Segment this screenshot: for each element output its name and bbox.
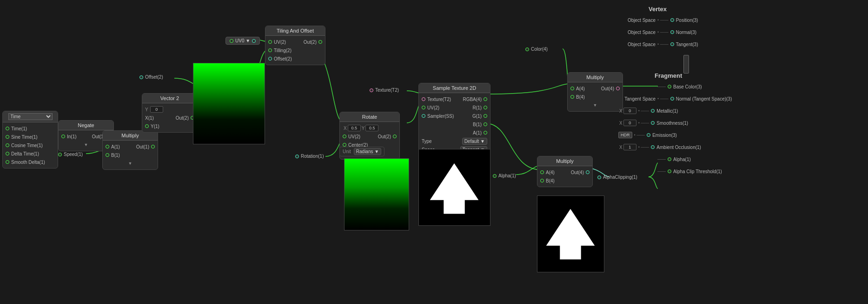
frag-basecolor-out: Base Color(3) [673, 84, 702, 89]
speed-port[interactable] [58, 153, 62, 156]
speed-input-row: Speed(1) [58, 152, 83, 157]
uv0-label: UV0 ▼ [235, 38, 250, 43]
multiply3-b-port[interactable] [540, 179, 544, 182]
frag-normal-port[interactable] [670, 97, 674, 101]
st-a: A(1) [419, 128, 490, 137]
sample-texture-title: Sample Texture 2D [419, 83, 490, 93]
rotate-xy: X 0.5 Y 0.5 [340, 124, 399, 132]
st-texture-port[interactable] [422, 97, 425, 101]
color4-port[interactable] [525, 47, 529, 51]
multiply3-preview [537, 196, 604, 272]
frag-smoothness-val[interactable]: 0 [623, 120, 636, 126]
tiling-offset-port[interactable] [268, 57, 272, 61]
tiling-tilling-port[interactable] [268, 48, 272, 52]
vertex-norm-port[interactable] [670, 30, 674, 34]
st-sampler-port[interactable] [422, 114, 425, 118]
time-dropdown[interactable]: Time [8, 113, 53, 120]
unit-dropdown[interactable]: Radians ▼ [354, 148, 381, 155]
frag-ao-port[interactable] [651, 145, 655, 149]
rotation1-label: Rotation(1) [301, 154, 324, 159]
frag-alpha: —— Alpha(1) [618, 154, 732, 164]
multiply1-b: B(1) [103, 151, 158, 159]
cosine-out-port[interactable] [6, 143, 9, 147]
resize-handle[interactable] [683, 55, 689, 74]
multiply2-a-port[interactable] [570, 87, 574, 90]
st-g-port[interactable] [484, 114, 487, 118]
rotation1-port[interactable] [295, 155, 299, 158]
tiling-out-port[interactable] [318, 40, 322, 44]
frag-smooth-port[interactable] [651, 121, 655, 125]
multiply1-chevron: ▼ [103, 159, 158, 168]
time-out-port[interactable] [6, 127, 9, 130]
multiply2-b-port[interactable] [570, 95, 574, 99]
frag-alpha-clip: —— Alpha Clip Threshold(1) [618, 166, 732, 176]
vertex-pos-label: Object Space [618, 18, 656, 23]
uv0-port-out[interactable] [230, 39, 233, 43]
uv0-port-right[interactable] [252, 39, 256, 43]
tiling-uv-port[interactable] [268, 40, 272, 44]
vertex-tan-label: Object Space [618, 42, 656, 47]
vector2-y-val[interactable]: 0 [150, 106, 163, 113]
frag-emission-port[interactable] [647, 133, 650, 137]
vector2-x-out: X(1) Out(2) [142, 114, 197, 122]
frag-alpha-port[interactable] [668, 157, 671, 161]
frag-metallic-val[interactable]: 0 [623, 108, 636, 114]
multiply3-out-port[interactable] [586, 170, 590, 174]
st-texture: Texture(T2) RGBA(4) [419, 95, 490, 103]
vertex-tan-port[interactable] [670, 42, 674, 46]
st-r-port[interactable] [484, 106, 487, 109]
rotate-y-val[interactable]: 0.5 [365, 125, 378, 131]
rotate-out-port[interactable] [393, 135, 397, 138]
rotate-x-val[interactable]: 0.5 [348, 125, 361, 131]
st-rgba-port[interactable] [484, 97, 487, 101]
frag-basecolor-port[interactable] [668, 85, 671, 88]
multiply3-a-port[interactable] [540, 170, 544, 174]
st-b-port[interactable] [484, 122, 487, 126]
vertex-header: Vertex [649, 6, 667, 13]
frag-alpha-out: Alpha(1) [673, 157, 691, 162]
st-type: Type Default ▼ [419, 137, 490, 145]
rotate-center-port[interactable] [343, 143, 346, 147]
rotate-title: Rotate [340, 112, 399, 122]
alpha1-port[interactable] [493, 174, 497, 178]
st-b: B(1) [419, 120, 490, 128]
rotate-uv-port[interactable] [343, 135, 346, 138]
multiply3-node: Multiply A(4) Out(4) B(4) [537, 156, 593, 187]
frag-metallic-port[interactable] [651, 109, 655, 113]
frag-metallic-out: Metallic(1) [656, 108, 678, 114]
vertex-norm-out: Normal(3) [676, 30, 696, 35]
texture-t2-port[interactable] [370, 88, 373, 92]
vertex-position: Object Space • —— Position(3) [618, 15, 698, 25]
vertex-tan-out: Tangent(3) [676, 42, 698, 47]
frag-emission-out: Emission(3) [652, 133, 677, 138]
smooth-out-port[interactable] [6, 160, 9, 164]
alphaclipping-port[interactable] [597, 176, 601, 179]
st-a-port[interactable] [484, 131, 487, 135]
unit-label: Unit [343, 149, 351, 154]
delta-out-port[interactable] [6, 152, 9, 155]
frag-ao-val[interactable]: 1 [623, 144, 636, 150]
st-type-dropdown[interactable]: Default ▼ [462, 138, 487, 145]
uv0-node[interactable]: UV0 ▼ [225, 37, 260, 45]
frag-hdr-box: HDR [618, 132, 632, 138]
multiply1-b-port[interactable] [106, 153, 109, 157]
vector2-y-port[interactable] [145, 124, 149, 128]
frag-alphaclip-port[interactable] [668, 169, 671, 173]
offset2-row: Offset(2) [139, 74, 163, 80]
negate-in-port[interactable] [61, 135, 65, 138]
multiply1-a-port[interactable] [106, 145, 109, 149]
time-output-sine: Sine Time(1) [3, 133, 58, 141]
vertex-norm-label: Object Space [618, 30, 656, 35]
texture-t2-row: Texture(T2) [370, 88, 399, 93]
color4-label: Color(4) [531, 47, 548, 52]
st-uv-port[interactable] [422, 106, 425, 109]
multiply1-out-port[interactable] [151, 145, 155, 149]
vertex-pos-port[interactable] [670, 18, 674, 22]
sine-out-port[interactable] [6, 135, 9, 139]
offset2-port[interactable] [139, 75, 143, 79]
frag-basecolor: —— Base Color(3) [618, 81, 732, 92]
sample-texture-preview [418, 149, 490, 226]
time-output-cosine: Cosine Time(1) [3, 141, 58, 149]
tiling-offset-in: Offset(2) [265, 54, 325, 63]
frag-ao: X 1 • —— Ambient Occlusion(1) [618, 142, 732, 152]
